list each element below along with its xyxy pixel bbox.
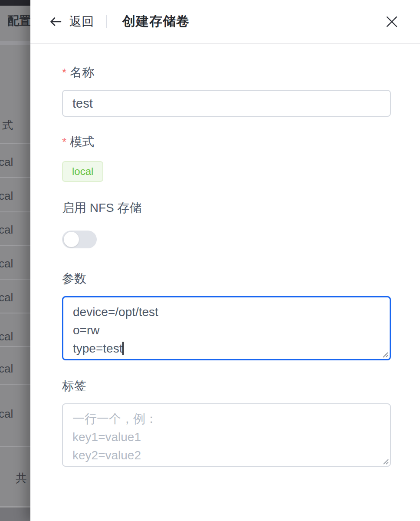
- background-tab-label: 配置: [7, 13, 30, 29]
- params-textarea[interactable]: device=/opt/test o=rw type=test: [62, 296, 391, 360]
- screen: 配置 式 cal cal cal cal cal cal cal cal 共: [0, 0, 420, 521]
- table-row: cal: [0, 155, 13, 169]
- drawer-header: 返回 创建存储卷: [30, 0, 420, 44]
- labels-field-label: 标签: [62, 379, 391, 393]
- labels-placeholder-line: key1=value1: [72, 428, 381, 446]
- mode-label-text: 模式: [70, 135, 94, 148]
- background-row-divider: [0, 506, 30, 507]
- close-icon[interactable]: [385, 15, 398, 28]
- background-row-divider: [0, 384, 30, 385]
- name-input[interactable]: test: [62, 90, 391, 117]
- params-line: device=/opt/test: [73, 303, 380, 321]
- header-divider: [106, 15, 107, 28]
- labels-placeholder-line: 一行一个，例：: [72, 410, 381, 428]
- back-button[interactable]: 返回: [49, 13, 94, 30]
- table-row: cal: [0, 407, 13, 421]
- table-row: cal: [0, 189, 13, 203]
- table-row: cal: [0, 291, 13, 304]
- background-row-divider: [0, 346, 30, 347]
- name-label-text: 名称: [70, 66, 94, 79]
- text-cursor: [122, 342, 124, 355]
- name-field-label: *名称: [62, 66, 391, 79]
- background-row-divider: [0, 245, 30, 246]
- drawer-body: *名称 test *模式 local 启用 NFS 存储 参数 device=/…: [30, 66, 420, 467]
- back-arrow-icon: [49, 15, 62, 28]
- mode-field-label: *模式: [62, 135, 391, 149]
- background-column-header: 式: [2, 118, 13, 132]
- nfs-toggle[interactable]: [62, 231, 97, 248]
- labels-placeholder-line: key2=value2: [72, 446, 381, 465]
- params-field-label: 参数: [62, 272, 391, 286]
- nfs-toggle-knob: [64, 232, 79, 247]
- background-row-divider: [0, 143, 30, 144]
- required-mark: *: [62, 135, 66, 148]
- background-topbar: [0, 0, 30, 6]
- mode-tag-local[interactable]: local: [62, 161, 103, 182]
- background-row-divider: [0, 446, 30, 447]
- create-volume-drawer: 返回 创建存储卷 *名称 test *模式 local 启用 NFS 存储: [30, 0, 420, 521]
- background-row-divider: [0, 279, 30, 280]
- table-row: cal: [0, 223, 13, 237]
- background-row-divider: [0, 211, 30, 212]
- table-row: cal: [0, 362, 13, 376]
- resize-handle-icon[interactable]: [381, 457, 389, 465]
- back-button-label: 返回: [69, 13, 94, 30]
- table-row: cal: [0, 257, 13, 270]
- background-footer: [0, 508, 30, 521]
- table-row: cal: [0, 330, 13, 343]
- resize-handle-icon[interactable]: [381, 350, 388, 358]
- params-line-text: type=test: [73, 342, 122, 355]
- background-page: 配置 式 cal cal cal cal cal cal cal cal 共: [0, 0, 30, 521]
- name-input-value: test: [72, 96, 93, 111]
- labels-textarea[interactable]: 一行一个，例： key1=value1 key2=value2: [62, 403, 391, 467]
- background-total-count: 共: [16, 471, 27, 486]
- required-mark: *: [62, 66, 66, 79]
- params-line: type=test: [73, 340, 380, 358]
- params-line: o=rw: [73, 321, 380, 340]
- background-row-divider: [0, 177, 30, 178]
- background-row-divider: [0, 313, 30, 313]
- drawer-title: 创建存储卷: [122, 13, 190, 30]
- background-header-band: [0, 41, 30, 45]
- nfs-field-label: 启用 NFS 存储: [62, 201, 391, 215]
